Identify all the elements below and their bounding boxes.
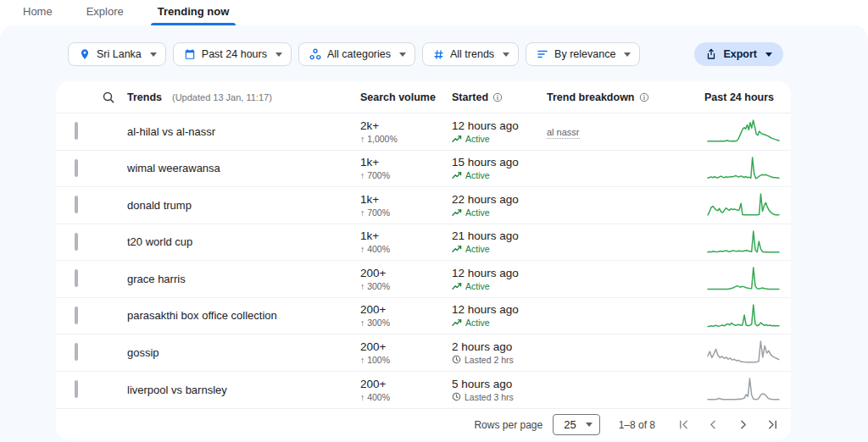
sort-icon xyxy=(537,48,548,60)
status-label: Lasted 3 hrs xyxy=(465,392,514,402)
sparkline-chart xyxy=(706,228,781,257)
status: Active xyxy=(452,207,547,218)
search-volume-value: 200+ xyxy=(360,340,452,353)
filter-time-range[interactable]: Past 24 hours xyxy=(173,42,292,66)
tab-trending-now[interactable]: Trending now xyxy=(156,0,231,25)
started-time: 22 hours ago xyxy=(452,193,547,206)
status: Active xyxy=(452,281,547,291)
previous-page-button[interactable] xyxy=(707,418,720,431)
column-header-past-24-hours: Past 24 hours xyxy=(693,91,774,103)
search-volume-value: 1k+ xyxy=(360,193,452,206)
sparkline-chart xyxy=(706,191,781,219)
export-button[interactable]: Export xyxy=(694,42,783,66)
started-time: 5 hours ago xyxy=(452,378,547,390)
sparkline-chart xyxy=(706,117,781,146)
trend-row[interactable]: parasakthi box office collection 200+ ↑ … xyxy=(56,298,791,335)
row-checkbox[interactable] xyxy=(75,343,78,361)
trending-up-icon xyxy=(452,282,462,290)
filter-trend-type-label: All trends xyxy=(450,48,494,60)
search-volume-change: ↑ 300% xyxy=(360,318,452,328)
search-volume-value: 200+ xyxy=(360,378,452,390)
search-volume-value: 2k+ xyxy=(360,119,452,132)
filter-bar: Sri Lanka Past 24 hours All categories xyxy=(0,25,868,66)
table-search[interactable] xyxy=(75,91,127,104)
rows-per-page-label: Rows per page xyxy=(474,419,542,431)
trending-up-icon xyxy=(452,245,462,253)
filter-location[interactable]: Sri Lanka xyxy=(68,42,166,66)
trend-row[interactable]: grace harris 200+ ↑ 300% 12 hours ago Ac… xyxy=(56,261,791,298)
search-icon xyxy=(102,91,115,104)
page-content: Sri Lanka Past 24 hours All categories xyxy=(0,25,868,442)
sparkline-chart xyxy=(706,338,781,367)
tab-home[interactable]: Home xyxy=(21,0,54,25)
trend-title: wimal weerawansa xyxy=(127,162,360,174)
chevron-down-icon xyxy=(399,52,406,57)
trends-column-label: Trends xyxy=(127,91,162,103)
sparkline-chart xyxy=(706,301,781,330)
top-navigation: Home Explore Trending now xyxy=(0,0,868,25)
status-label: Active xyxy=(465,244,490,254)
row-checkbox[interactable] xyxy=(75,269,78,287)
next-page-button[interactable] xyxy=(737,418,749,431)
export-button-label: Export xyxy=(723,48,757,60)
started-time: 12 hours ago xyxy=(452,267,547,279)
trend-row[interactable]: wimal weerawansa 1k+ ↑ 700% 15 hours ago… xyxy=(56,151,791,188)
trend-row[interactable]: al-hilal vs al-nassr 2k+ ↑ 1,000% 12 hou… xyxy=(56,113,791,151)
trend-row[interactable]: liverpool vs barnsley 200+ ↑ 400% 5 hour… xyxy=(56,372,791,409)
status: Lasted 3 hrs xyxy=(452,392,547,402)
clock-icon xyxy=(452,392,461,401)
table-footer: Rows per page 25 1–8 of 8 xyxy=(56,408,791,440)
pagination-range: 1–8 of 8 xyxy=(619,419,655,431)
trend-title: gossip xyxy=(127,346,360,359)
trend-title: donald trump xyxy=(127,199,360,212)
trend-row[interactable]: donald trump 1k+ ↑ 700% 22 hours ago Act… xyxy=(56,187,791,224)
info-icon[interactable] xyxy=(492,92,503,102)
row-checkbox[interactable] xyxy=(75,196,78,213)
pagination-controls xyxy=(677,418,779,431)
trend-row[interactable]: gossip 200+ ↑ 100% 2 hours ago Lasted 2 … xyxy=(56,334,791,372)
trending-up-icon xyxy=(452,318,462,327)
filter-sort[interactable]: By relevance xyxy=(526,42,640,66)
breakdown-term[interactable]: al nassr xyxy=(547,127,580,139)
search-volume-value: 1k+ xyxy=(360,229,452,242)
row-checkbox[interactable] xyxy=(75,380,78,398)
trending-up-icon xyxy=(452,135,462,143)
started-time: 2 hours ago xyxy=(452,340,547,353)
first-page-button[interactable] xyxy=(677,418,690,431)
sparkline-chart xyxy=(706,375,781,404)
info-icon[interactable] xyxy=(639,92,649,102)
categories-icon xyxy=(309,48,321,60)
column-header-trend-breakdown: Trend breakdown xyxy=(547,91,693,103)
search-volume-change: ↑ 100% xyxy=(360,355,452,365)
chevron-down-icon xyxy=(503,52,509,57)
chevron-down-icon xyxy=(150,52,157,57)
location-pin-icon xyxy=(79,48,91,60)
clock-icon xyxy=(452,355,461,364)
search-volume-value: 200+ xyxy=(360,303,452,316)
trend-title: parasakthi box office collection xyxy=(127,309,360,322)
row-checkbox[interactable] xyxy=(75,233,78,251)
filter-time-range-label: Past 24 hours xyxy=(202,48,267,60)
rows-per-page-select[interactable]: 25 xyxy=(553,414,599,435)
filter-location-label: Sri Lanka xyxy=(97,48,142,60)
status-label: Lasted 2 hrs xyxy=(465,355,514,365)
status-label: Active xyxy=(465,134,490,144)
filter-trend-type[interactable]: All trends xyxy=(422,42,519,66)
trending-up-icon xyxy=(452,171,462,180)
column-header-started: Started xyxy=(452,91,547,103)
export-icon xyxy=(705,48,717,60)
filter-categories[interactable]: All categories xyxy=(298,42,415,66)
tab-explore[interactable]: Explore xyxy=(85,0,125,25)
last-page-button[interactable] xyxy=(766,418,779,431)
chevron-down-icon xyxy=(765,52,772,57)
trending-up-icon xyxy=(452,208,462,217)
trend-title: liverpool vs barnsley xyxy=(127,384,360,396)
status: Active xyxy=(452,318,547,328)
row-checkbox[interactable] xyxy=(75,307,78,324)
filter-categories-label: All categories xyxy=(327,48,391,60)
sparkline-chart xyxy=(706,264,781,293)
row-checkbox[interactable] xyxy=(75,159,78,177)
table-body: al-hilal vs al-nassr 2k+ ↑ 1,000% 12 hou… xyxy=(56,113,791,408)
trend-row[interactable]: t20 world cup 1k+ ↑ 400% 21 hours ago Ac… xyxy=(56,224,791,262)
row-checkbox[interactable] xyxy=(75,122,78,140)
